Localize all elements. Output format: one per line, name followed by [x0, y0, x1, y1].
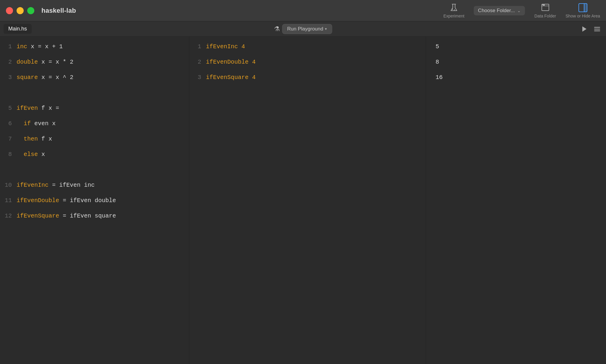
folder-selector[interactable]: Choose Folder... ⌄: [474, 6, 525, 15]
traffic-lights: [6, 7, 34, 14]
play-icon[interactable]: [580, 25, 588, 33]
window-title: haskell-lab: [41, 7, 76, 15]
result-3: 16: [436, 70, 606, 85]
show-hide-label: Show or Hide Area: [565, 14, 600, 18]
svg-rect-11: [594, 29, 600, 30]
results-pane: 5 8 16: [426, 37, 606, 364]
run-playground-button[interactable]: Run Playground ▾: [282, 24, 332, 34]
experiment-button[interactable]: Experiment: [444, 3, 465, 18]
show-hide-icon: [578, 3, 588, 12]
main-content: 1 2 3 5 6 7 8 10 11 12 inc x = x + 1 dou…: [0, 37, 606, 364]
tabbar-right-actions: [580, 25, 601, 33]
editor-line-numbers: 1 2 3 5 6 7 8 10 11 12: [0, 37, 17, 364]
svg-rect-5: [543, 5, 545, 6]
run-button-label: Run Playground: [287, 26, 323, 32]
collapse-icon[interactable]: [593, 25, 601, 33]
chevron-down-icon: ⌄: [517, 8, 521, 13]
titlebar-actions: Experiment Choose Folder... ⌄ Data Folde…: [444, 0, 600, 21]
editor-code-area[interactable]: inc x = x + 1 double x = x * 2 square x …: [17, 37, 189, 364]
show-hide-button[interactable]: Show or Hide Area: [565, 3, 600, 18]
titlebar: haskell-lab Experiment Choose Folder... …: [0, 0, 606, 21]
run-button-chevron: ▾: [325, 27, 327, 31]
svg-marker-9: [582, 26, 586, 32]
playground-code-area[interactable]: ifEvenInc 4 ifEvenDouble 4 ifEvenSquare …: [206, 37, 426, 364]
playground-line-numbers: 1 2 3: [189, 37, 206, 364]
editor-pane[interactable]: 1 2 3 5 6 7 8 10 11 12 inc x = x + 1 dou…: [0, 37, 189, 364]
svg-rect-10: [594, 27, 600, 28]
tab-main-hs[interactable]: Main.hs: [4, 24, 32, 34]
close-button[interactable]: [6, 7, 13, 14]
data-folder-icon: [541, 3, 550, 12]
svg-rect-3: [542, 4, 549, 11]
playground-pane[interactable]: 1 2 3 ifEvenInc 4 ifEvenDouble 4 ifEvenS…: [189, 37, 426, 364]
svg-point-1: [454, 9, 455, 10]
tabbar: Main.hs ⚗ Run Playground ▾: [0, 21, 606, 37]
svg-point-0: [452, 9, 453, 10]
flask-icon: ⚗: [274, 25, 280, 33]
tabbar-center: ⚗ Run Playground ▾: [274, 24, 332, 34]
minimize-button[interactable]: [17, 7, 24, 14]
folder-selector-text: Choose Folder...: [478, 8, 515, 14]
data-folder-button[interactable]: Data Folder: [534, 3, 556, 18]
collapse-button-icon: [594, 25, 601, 33]
experiment-icon: [449, 3, 459, 12]
result-2: 8: [436, 54, 606, 70]
svg-rect-12: [594, 30, 600, 31]
svg-rect-8: [584, 4, 587, 12]
experiment-label: Experiment: [444, 14, 465, 18]
maximize-button[interactable]: [27, 7, 34, 14]
play-button-icon: [581, 25, 588, 33]
result-1: 5: [436, 39, 606, 54]
data-folder-label: Data Folder: [534, 14, 556, 18]
